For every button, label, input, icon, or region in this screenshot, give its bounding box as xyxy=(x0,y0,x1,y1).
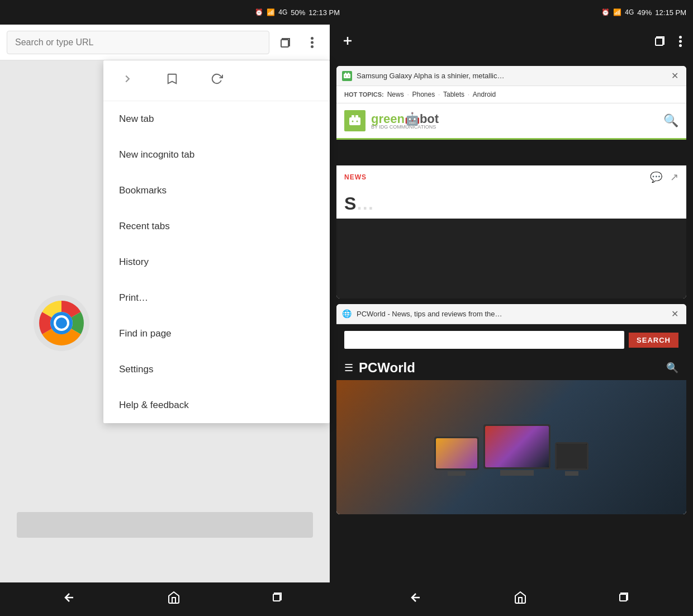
battery-right: 49% xyxy=(637,8,652,17)
greenbot-tab-content: HOT TOPICS: News · Phones · Tablets · An… xyxy=(336,86,686,298)
main-content: New tab New incognito tab Bookmarks Rece… xyxy=(0,25,693,582)
comment-icon[interactable]: 💬 xyxy=(650,171,662,183)
pcworld-favicon-globe: 🌐 xyxy=(342,309,352,319)
chrome-logo-area xyxy=(34,295,89,353)
right-panel: Samsung Galaxy Alpha is a shinier, metal… xyxy=(330,25,693,582)
monitor-small xyxy=(434,437,479,476)
bottom-gray-bar xyxy=(17,512,313,538)
svg-point-12 xyxy=(679,40,682,43)
wifi-icon-right: 📶 xyxy=(613,8,621,16)
status-bar: ⏰ 📶 4G 50% 12:13 PM ⏰ 📶 4G 49% 12:15 PM xyxy=(0,0,693,25)
greenbot-dark-bar xyxy=(336,140,686,165)
new-tab-button-right[interactable] xyxy=(339,32,357,53)
greenbot-hot-topics-bar: HOT TOPICS: News · Phones · Tablets · An… xyxy=(336,86,686,103)
svg-rect-25 xyxy=(620,594,626,601)
greenbot-sub-text: BY IDG COMMUNICATIONS xyxy=(371,124,439,130)
bookmark-button[interactable] xyxy=(164,70,181,91)
refresh-button[interactable] xyxy=(208,70,225,91)
svg-rect-20 xyxy=(352,115,354,118)
home-button-right[interactable] xyxy=(509,586,531,612)
history-item[interactable]: History xyxy=(103,244,330,280)
new-incognito-tab-item[interactable]: New incognito tab xyxy=(103,137,330,173)
recent-tabs-item[interactable]: Recent tabs xyxy=(103,209,330,244)
pcworld-search-bar: SEARCH xyxy=(336,324,686,356)
pcworld-tab-close[interactable]: ✕ xyxy=(669,309,681,319)
tabs-button[interactable] xyxy=(274,31,296,54)
time-right: 12:15 PM xyxy=(655,8,686,17)
greenbot-search-icon[interactable]: 🔍 xyxy=(663,113,678,128)
dropdown-menu: New tab New incognito tab Bookmarks Rece… xyxy=(103,60,330,423)
svg-rect-19 xyxy=(349,117,360,125)
back-button-right[interactable] xyxy=(405,586,427,612)
svg-point-2 xyxy=(311,41,314,44)
news-label: NEWS xyxy=(344,173,367,181)
svg-rect-16 xyxy=(348,73,349,74)
help-feedback-item[interactable]: Help & feedback xyxy=(103,387,330,423)
svg-rect-10 xyxy=(656,38,663,45)
battery-left: 50% xyxy=(291,8,305,17)
svg-rect-15 xyxy=(345,73,346,74)
svg-point-17 xyxy=(345,75,346,77)
right-toolbar xyxy=(330,25,693,60)
svg-point-1 xyxy=(311,37,314,40)
settings-item[interactable]: Settings xyxy=(103,352,330,387)
bottom-nav-left xyxy=(0,582,346,616)
bottom-nav-right xyxy=(346,582,693,616)
signal-left: 4G xyxy=(278,8,287,16)
greenbot-headline: S… xyxy=(336,189,686,219)
tabs-icon-right[interactable] xyxy=(651,32,668,53)
pcworld-search-input[interactable] xyxy=(344,331,624,349)
hot-topic-phones[interactable]: Phones xyxy=(412,91,435,98)
back-button-left[interactable] xyxy=(58,586,80,612)
alarm-icon-left: ⏰ xyxy=(255,8,263,16)
svg-rect-21 xyxy=(355,115,358,118)
time-left: 12:13 PM xyxy=(308,8,340,17)
pcworld-logo-bar: ☰ PCWorld 🔍 xyxy=(336,356,686,380)
svg-point-23 xyxy=(357,121,358,122)
hot-topic-tablets[interactable]: Tablets xyxy=(443,91,464,98)
chrome-toolbar xyxy=(0,25,330,60)
chrome-logo-icon xyxy=(34,295,89,351)
more-menu-button[interactable] xyxy=(301,31,323,54)
svg-point-18 xyxy=(348,75,349,77)
svg-point-7 xyxy=(56,318,67,329)
monitor-large xyxy=(483,424,550,476)
pcworld-hamburger-icon[interactable]: ☰ xyxy=(344,362,353,374)
pcworld-search-icon[interactable]: 🔍 xyxy=(666,362,678,374)
hot-topic-news[interactable]: News xyxy=(387,91,404,98)
left-panel: New tab New incognito tab Bookmarks Rece… xyxy=(0,25,330,582)
svg-point-11 xyxy=(679,36,682,39)
greenbot-tab-title: Samsung Galaxy Alpha is a shinier, metal… xyxy=(357,72,664,80)
monitor-right xyxy=(555,442,588,476)
tabs-nav-button-right[interactable] xyxy=(614,587,635,612)
pcworld-logo-text: PCWorld xyxy=(359,360,415,376)
home-button-left[interactable] xyxy=(163,586,185,612)
pcworld-search-button[interactable]: SEARCH xyxy=(629,333,678,348)
greenbot-news-bar: NEWS 💬 ↗ xyxy=(336,165,686,189)
tab-header-pcworld: 🌐 PCWorld - News, tips and reviews from … xyxy=(336,304,686,324)
wifi-icon-left: 📶 xyxy=(267,8,275,16)
menu-icons-row xyxy=(103,60,330,101)
svg-point-22 xyxy=(352,121,354,122)
bottom-nav xyxy=(0,582,693,616)
status-bar-left: ⏰ 📶 4G 50% 12:13 PM xyxy=(0,0,346,25)
tab-header-greenbot: Samsung Galaxy Alpha is a shinier, metal… xyxy=(336,66,686,86)
forward-button[interactable] xyxy=(119,70,136,91)
greenbot-favicon xyxy=(342,71,352,81)
new-tab-item[interactable]: New tab xyxy=(103,101,330,137)
print-item[interactable]: Print… xyxy=(103,280,330,316)
tab-card-pcworld: 🌐 PCWorld - News, tips and reviews from … xyxy=(336,304,686,514)
bookmarks-item[interactable]: Bookmarks xyxy=(103,173,330,209)
svg-point-3 xyxy=(311,45,314,48)
pcworld-image-area xyxy=(336,380,686,514)
url-input[interactable] xyxy=(7,31,269,54)
more-menu-right[interactable] xyxy=(677,32,684,53)
greenbot-icon xyxy=(344,110,366,131)
share-icon[interactable]: ↗ xyxy=(670,171,678,183)
hot-topic-android[interactable]: Android xyxy=(473,91,496,98)
greenbot-logo: green🤖bot BY IDG COMMUNICATIONS xyxy=(344,110,439,131)
greenbot-tab-close[interactable]: ✕ xyxy=(669,70,681,81)
find-in-page-item[interactable]: Find in page xyxy=(103,316,330,352)
svg-rect-24 xyxy=(273,594,280,601)
tabs-nav-button-left[interactable] xyxy=(267,587,288,612)
